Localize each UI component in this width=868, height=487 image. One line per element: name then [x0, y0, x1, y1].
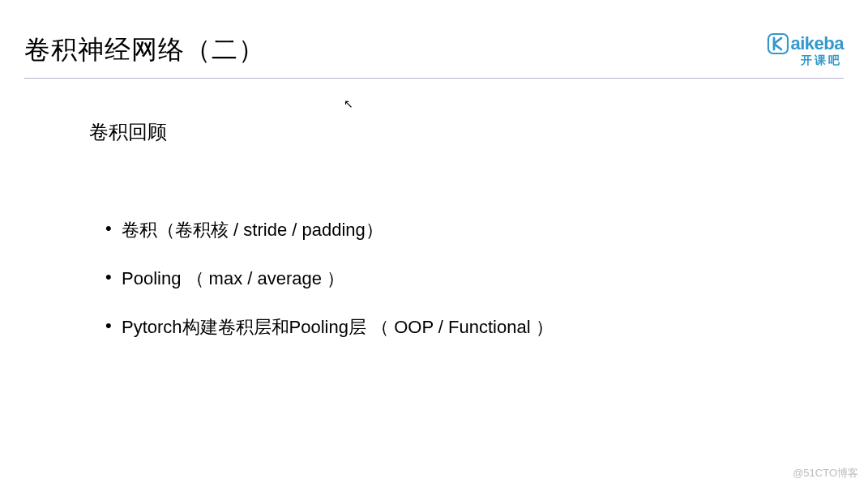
- brand-logo: aikeba 开课吧: [767, 32, 844, 68]
- watermark-text: @51CTO博客: [793, 466, 858, 481]
- slide-title: 卷积神经网络（二）: [24, 32, 265, 68]
- bullet-list: 卷积（卷积核 / stride / padding） Pooling （ max…: [89, 218, 844, 340]
- logo-text: aikeba: [791, 33, 844, 54]
- slide-subtitle: 卷积回顾: [89, 119, 844, 145]
- header-row: 卷积神经网络（二） aikeba 开课吧: [24, 32, 844, 79]
- list-item: 卷积（卷积核 / stride / padding）: [105, 218, 844, 242]
- logo-main-row: aikeba: [767, 32, 844, 55]
- slide-content: 卷积回顾 卷积（卷积核 / stride / padding） Pooling …: [24, 111, 844, 340]
- list-item: Pooling （ max / average ）: [105, 267, 844, 291]
- svg-rect-0: [768, 34, 788, 53]
- list-item: Pytorch构建卷积层和Pooling层 （ OOP / Functional…: [105, 315, 844, 340]
- slide-container: 卷积神经网络（二） aikeba 开课吧 ↖ 卷积回顾 卷积（卷积核 / str…: [0, 0, 868, 487]
- play-k-icon: [767, 32, 789, 55]
- logo-subtext: 开课吧: [801, 53, 844, 68]
- mouse-cursor-icon: ↖: [344, 97, 353, 110]
